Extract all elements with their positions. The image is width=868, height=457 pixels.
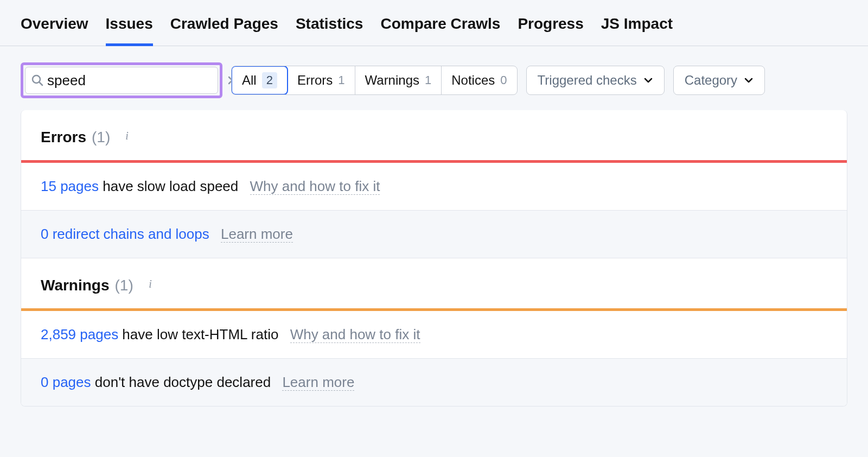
- chevron-down-icon: [643, 75, 653, 85]
- tab-js-impact[interactable]: JS Impact: [601, 11, 673, 46]
- issue-text: have low text-HTML ratio: [118, 326, 278, 342]
- filter-all[interactable]: All 2: [231, 66, 288, 95]
- search-highlight: [21, 62, 222, 98]
- errors-section-header: Errors (1) i: [21, 110, 847, 160]
- filter-warnings-label: Warnings: [365, 73, 419, 88]
- filter-errors-count: 1: [338, 73, 344, 87]
- issue-row: 15 pages have slow load speed Why and ho…: [21, 163, 847, 210]
- info-icon[interactable]: i: [144, 278, 156, 290]
- warnings-title: Warnings: [41, 277, 110, 294]
- search-box: [25, 67, 218, 94]
- filters-row: All 2 Errors 1 Warnings 1 Notices 0 Trig…: [0, 46, 868, 110]
- filter-notices[interactable]: Notices 0: [442, 66, 516, 94]
- warnings-section-header: Warnings (1) i: [21, 258, 847, 308]
- issue-row: 0 pages don't have doctype declared Lear…: [21, 358, 847, 406]
- issues-panel: Errors (1) i 15 pages have slow load spe…: [21, 110, 847, 407]
- main-tabs: Overview Issues Crawled Pages Statistics…: [0, 0, 868, 46]
- info-icon[interactable]: i: [121, 130, 133, 142]
- issue-text: have slow load speed: [99, 178, 238, 194]
- issue-text: don't have doctype declared: [91, 374, 271, 390]
- chevron-down-icon: [744, 75, 754, 85]
- filter-errors[interactable]: Errors 1: [288, 66, 355, 94]
- filter-notices-count: 0: [500, 73, 507, 87]
- tab-crawled-pages[interactable]: Crawled Pages: [170, 11, 278, 46]
- search-icon: [31, 74, 44, 87]
- tab-compare-crawls[interactable]: Compare Crawls: [380, 11, 500, 46]
- issue-row: 0 redirect chains and loops Learn more: [21, 210, 847, 258]
- category-dropdown[interactable]: Category: [673, 66, 765, 95]
- issue-row: 2,859 pages have low text-HTML ratio Why…: [21, 311, 847, 358]
- tab-progress[interactable]: Progress: [518, 11, 583, 46]
- triggered-checks-dropdown[interactable]: Triggered checks: [526, 66, 665, 95]
- filter-all-count: 2: [262, 72, 277, 88]
- tab-issues[interactable]: Issues: [106, 11, 153, 46]
- issue-link[interactable]: 0 pages: [41, 374, 91, 390]
- triggered-checks-label: Triggered checks: [538, 73, 637, 88]
- issue-link[interactable]: 2,859 pages: [41, 326, 118, 342]
- svg-line-1: [40, 82, 42, 85]
- filter-warnings[interactable]: Warnings 1: [355, 66, 442, 94]
- issue-hint[interactable]: Why and how to fix it: [250, 178, 380, 195]
- issue-hint[interactable]: Learn more: [282, 374, 354, 391]
- filter-errors-label: Errors: [297, 73, 333, 88]
- issue-link[interactable]: 0 redirect chains and loops: [41, 226, 209, 242]
- svg-point-0: [33, 75, 40, 83]
- issue-link[interactable]: 15 pages: [41, 178, 99, 194]
- svg-text:i: i: [126, 130, 129, 142]
- errors-title: Errors: [41, 129, 86, 146]
- errors-count: (1): [92, 129, 110, 146]
- svg-text:i: i: [149, 278, 152, 290]
- filter-warnings-count: 1: [425, 73, 431, 87]
- search-input[interactable]: [44, 72, 227, 89]
- warnings-count: (1): [115, 277, 133, 294]
- tab-statistics[interactable]: Statistics: [296, 11, 363, 46]
- issue-hint[interactable]: Learn more: [221, 226, 293, 243]
- category-label: Category: [685, 73, 737, 88]
- filter-all-label: All: [242, 73, 257, 88]
- filter-segment: All 2 Errors 1 Warnings 1 Notices 0: [231, 66, 518, 95]
- issue-hint[interactable]: Why and how to fix it: [290, 326, 420, 343]
- filter-notices-label: Notices: [451, 73, 495, 88]
- tab-overview[interactable]: Overview: [21, 11, 88, 46]
